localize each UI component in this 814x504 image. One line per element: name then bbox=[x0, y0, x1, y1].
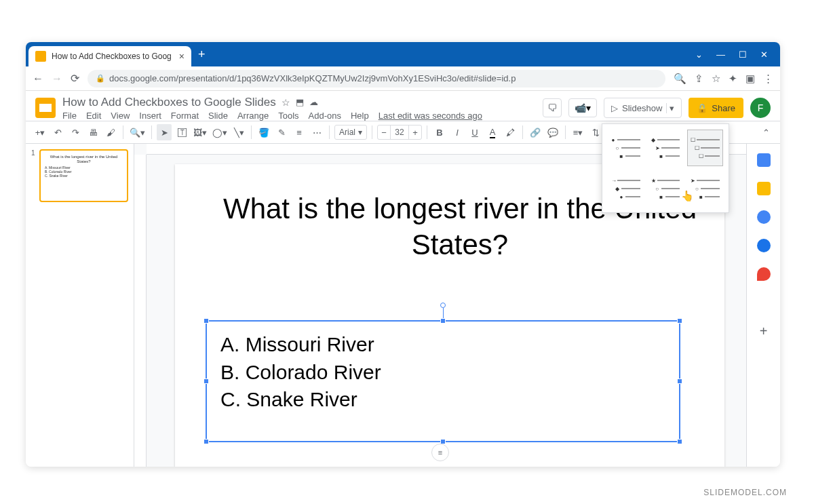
watermark: SLIDEMODEL.COM bbox=[703, 488, 787, 497]
slideshow-label: Slideshow bbox=[622, 103, 662, 113]
forward-button[interactable]: → bbox=[52, 73, 62, 85]
url-field[interactable]: 🔒 docs.google.com/presentation/d/1pq36Wz… bbox=[88, 70, 665, 88]
browser-tab[interactable]: How to Add Checkboxes to Goog × bbox=[28, 46, 191, 66]
bold-button[interactable]: B bbox=[432, 124, 447, 140]
font-size-increase[interactable]: + bbox=[409, 128, 421, 138]
menu-file[interactable]: File bbox=[62, 111, 77, 121]
slideshow-button[interactable]: ▷ Slideshow ▾ bbox=[604, 98, 682, 118]
rotate-handle[interactable] bbox=[440, 303, 446, 308]
underline-button[interactable]: U bbox=[467, 124, 482, 140]
line-spacing-button[interactable]: ⇅ bbox=[588, 124, 603, 140]
font-size-value[interactable]: 32 bbox=[390, 125, 409, 139]
resize-handle[interactable] bbox=[440, 318, 446, 324]
select-tool[interactable]: ➤ bbox=[157, 124, 172, 140]
comments-button[interactable]: 🗨 bbox=[543, 98, 562, 117]
bullet-option-mixed[interactable]: ➤ ○ ■ bbox=[687, 170, 723, 207]
add-panel-button[interactable]: + bbox=[757, 324, 771, 338]
close-tab-icon[interactable]: × bbox=[179, 51, 185, 62]
chevron-down-icon[interactable]: ⌄ bbox=[695, 50, 703, 60]
option-b[interactable]: B. Colorado River bbox=[220, 359, 665, 387]
resize-handle[interactable] bbox=[677, 439, 682, 444]
url-text: docs.google.com/presentation/d/1pq36WzVX… bbox=[109, 73, 516, 83]
bookmark-icon[interactable]: ☆ bbox=[712, 73, 720, 85]
menu-view[interactable]: View bbox=[111, 111, 130, 121]
image-tool[interactable]: 🖼▾ bbox=[192, 124, 208, 140]
option-c[interactable]: C. Snake River bbox=[220, 386, 665, 414]
menu-format[interactable]: Format bbox=[171, 111, 199, 121]
menu-edit[interactable]: Edit bbox=[86, 111, 101, 121]
border-dash-button[interactable]: ⋯ bbox=[309, 124, 324, 140]
menu-slide[interactable]: Slide bbox=[208, 111, 228, 121]
fill-color-button[interactable]: 🪣 bbox=[256, 124, 271, 140]
bullet-option-checkbox[interactable]: ☐ ☐ ☐ bbox=[687, 130, 723, 166]
meet-button[interactable]: 📹▾ bbox=[568, 98, 597, 117]
italic-button[interactable]: I bbox=[450, 124, 465, 140]
sidepanel-icon[interactable]: ▣ bbox=[745, 73, 755, 85]
menu-addons[interactable]: Add-ons bbox=[309, 111, 341, 121]
reload-button[interactable]: ⟳ bbox=[71, 72, 79, 85]
move-icon[interactable]: ⬒ bbox=[296, 97, 304, 107]
slides-logo-icon[interactable] bbox=[35, 98, 56, 118]
resize-handle[interactable] bbox=[204, 439, 209, 444]
font-size-decrease[interactable]: − bbox=[378, 128, 390, 138]
border-color-button[interactable]: ✎ bbox=[274, 124, 289, 140]
menu-arrange[interactable]: Arrange bbox=[237, 111, 269, 121]
bullet-option-diamond[interactable]: ◆ ➤ ■ bbox=[648, 130, 684, 166]
star-icon[interactable]: ☆ bbox=[282, 97, 290, 108]
new-slide-button[interactable]: +▾ bbox=[33, 124, 47, 140]
link-button[interactable]: 🔗 bbox=[528, 124, 543, 140]
menu-bar: File Edit View Insert Format Slide Arran… bbox=[62, 111, 482, 121]
new-tab-button[interactable]: + bbox=[198, 47, 206, 62]
resize-handle[interactable] bbox=[677, 379, 682, 384]
maps-icon[interactable] bbox=[757, 267, 771, 281]
slide-thumbnail-1[interactable]: What is the longest river in the United … bbox=[39, 149, 128, 202]
resize-handle[interactable] bbox=[204, 318, 209, 324]
calendar-icon[interactable] bbox=[757, 153, 771, 167]
minimize-button[interactable]: — bbox=[716, 50, 725, 60]
menu-insert[interactable]: Insert bbox=[139, 111, 161, 121]
body-textbox[interactable]: A. Missouri River B. Colorado River C. S… bbox=[206, 320, 680, 442]
share-url-icon[interactable]: ⇪ bbox=[695, 73, 703, 85]
bullet-option-disc[interactable]: ● ○ ■ bbox=[608, 130, 644, 166]
option-a[interactable]: A. Missouri River bbox=[220, 331, 665, 359]
thumb-title: What is the longest river in the United … bbox=[45, 155, 123, 163]
line-tool[interactable]: ╲▾ bbox=[231, 124, 246, 140]
bullet-option-star[interactable]: ★ ○ ■ bbox=[648, 170, 684, 207]
comment-button[interactable]: 💬 bbox=[545, 124, 560, 140]
speaker-notes-toggle[interactable]: ≡ bbox=[431, 444, 449, 461]
doc-title[interactable]: How to Add Checkboxes to Google Slides bbox=[62, 96, 276, 109]
print-button[interactable]: 🖶 bbox=[85, 124, 100, 140]
highlight-button[interactable]: 🖍 bbox=[503, 124, 518, 140]
tasks-icon[interactable] bbox=[757, 210, 771, 224]
slide-number: 1 bbox=[31, 149, 35, 157]
filmstrip[interactable]: 1 What is the longest river in the Unite… bbox=[26, 144, 134, 467]
font-select[interactable]: Arial ▾ bbox=[334, 125, 367, 140]
border-weight-button[interactable]: ≡ bbox=[292, 124, 307, 140]
collapse-toolbar-button[interactable]: ⌃ bbox=[758, 124, 773, 140]
back-button[interactable]: ← bbox=[33, 73, 43, 85]
maximize-button[interactable]: ☐ bbox=[739, 50, 747, 60]
zoom-icon[interactable]: 🔍 bbox=[674, 73, 686, 85]
close-button[interactable]: ✕ bbox=[760, 50, 768, 60]
paint-format-button[interactable]: 🖌 bbox=[103, 124, 118, 140]
contacts-icon[interactable] bbox=[757, 239, 771, 252]
zoom-button[interactable]: 🔍▾ bbox=[128, 124, 147, 140]
menu-tools[interactable]: Tools bbox=[278, 111, 298, 121]
resize-handle[interactable] bbox=[677, 318, 682, 324]
shape-tool[interactable]: ◯▾ bbox=[211, 124, 229, 140]
textbox-tool[interactable]: 🅃 bbox=[174, 124, 189, 140]
extensions-icon[interactable]: ✦ bbox=[729, 73, 737, 85]
menu-help[interactable]: Help bbox=[351, 111, 369, 121]
menu-icon[interactable]: ⋮ bbox=[763, 73, 773, 85]
cloud-status-icon[interactable]: ☁ bbox=[309, 97, 318, 107]
resize-handle[interactable] bbox=[204, 379, 209, 384]
keep-icon[interactable] bbox=[757, 182, 771, 195]
account-avatar[interactable]: F bbox=[750, 98, 771, 118]
bullet-option-arrow[interactable]: → ◆ ● bbox=[608, 170, 644, 207]
redo-button[interactable]: ↷ bbox=[68, 124, 83, 140]
last-edit-link[interactable]: Last edit was seconds ago bbox=[379, 111, 482, 121]
text-color-button[interactable]: A bbox=[485, 124, 500, 140]
share-button[interactable]: 🔒 Share bbox=[689, 98, 743, 118]
undo-button[interactable]: ↶ bbox=[50, 124, 65, 140]
align-button[interactable]: ≡▾ bbox=[570, 124, 585, 140]
